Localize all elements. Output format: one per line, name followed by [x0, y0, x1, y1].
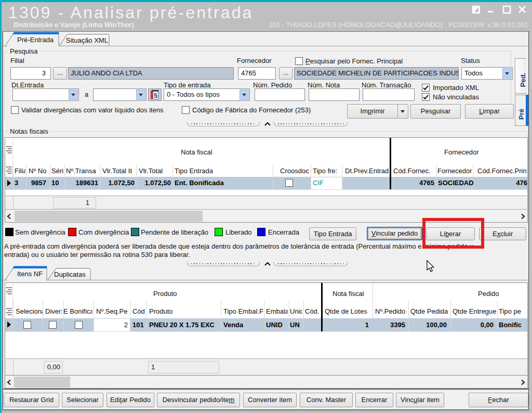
svg-text:5: 5: [154, 92, 157, 99]
